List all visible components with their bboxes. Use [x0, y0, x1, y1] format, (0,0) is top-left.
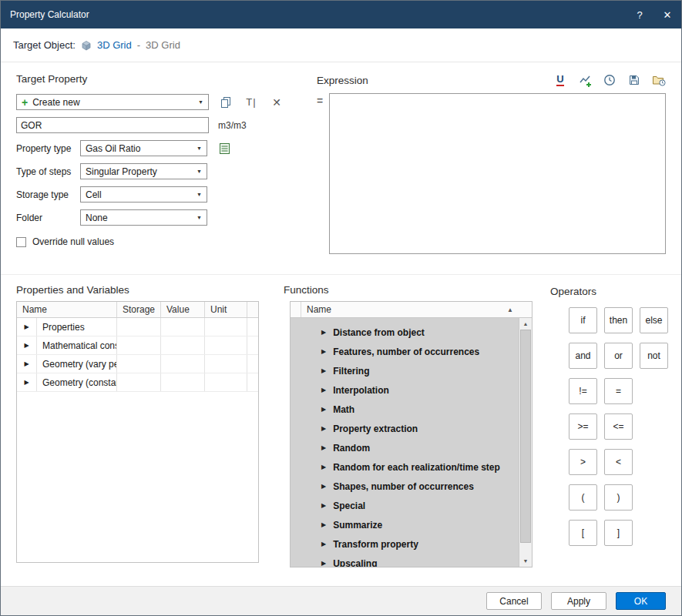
- copy-button[interactable]: [217, 94, 234, 110]
- row-name: Mathematical constants: [37, 336, 117, 354]
- operator-not-equal[interactable]: !=: [569, 378, 597, 404]
- function-category-random-realization[interactable]: ▶ Random for each realization/time step: [291, 457, 519, 477]
- unit-icon: U: [556, 74, 563, 86]
- override-null-checkbox[interactable]: [16, 237, 26, 247]
- help-button[interactable]: ?: [626, 1, 653, 28]
- property-type-label: Property type: [16, 143, 80, 154]
- operator-then[interactable]: then: [604, 307, 633, 333]
- table-row-geometry-constants[interactable]: ▶ Geometry (constants): [17, 373, 258, 392]
- table-row-geometry-vary[interactable]: ▶ Geometry (vary per layer): [17, 355, 258, 373]
- operator-not[interactable]: not: [640, 343, 668, 369]
- expression-title: Expression: [317, 75, 553, 86]
- target-object-link[interactable]: 3D Grid: [97, 39, 132, 51]
- expand-arrow-icon: ▶: [321, 560, 326, 567]
- folder-label: Folder: [16, 213, 80, 223]
- property-type-dropdown[interactable]: Gas Oil Ratio ▼: [80, 140, 207, 156]
- template-browser-button[interactable]: [216, 140, 233, 156]
- scrollbar-track[interactable]: [519, 330, 532, 555]
- ok-button[interactable]: OK: [616, 592, 666, 610]
- open-folder-icon: [652, 74, 666, 86]
- create-new-dropdown[interactable]: + Create new ▼: [16, 94, 209, 110]
- history-button[interactable]: [603, 73, 616, 87]
- operator-less-equal[interactable]: <=: [604, 413, 633, 440]
- plus-icon: +: [22, 97, 28, 108]
- function-category-shapes[interactable]: ▶ Shapes, number of occurrences: [291, 477, 519, 496]
- rename-icon: T|: [246, 96, 256, 108]
- header-name[interactable]: Name: [301, 304, 507, 315]
- unit-label: m3/m3: [218, 120, 247, 131]
- function-category-distance[interactable]: ▶ Distance from object: [291, 323, 519, 342]
- delete-button[interactable]: ✕: [268, 94, 285, 110]
- function-category-interpolation[interactable]: ▶ Interpolation: [291, 380, 519, 400]
- type-of-steps-dropdown[interactable]: Singular Property ▼: [80, 163, 207, 179]
- scroll-up-icon[interactable]: ▲: [519, 318, 532, 330]
- unit-syntax-button[interactable]: U: [553, 73, 567, 87]
- operator-open-bracket[interactable]: [: [569, 520, 597, 546]
- expand-arrow-icon: ▶: [321, 502, 326, 509]
- add-function-button[interactable]: [578, 73, 592, 87]
- equals-label: =: [317, 93, 323, 254]
- operator-else[interactable]: else: [640, 307, 668, 333]
- properties-variables-panel: Properties and Variables Name Storage Va…: [1, 275, 276, 586]
- target-property-title: Target Property: [16, 73, 294, 85]
- expand-arrow-icon[interactable]: ▶: [17, 355, 37, 373]
- header-unit[interactable]: Unit: [205, 302, 247, 317]
- chevron-down-icon: ▼: [197, 192, 202, 197]
- target-object-label: Target Object:: [13, 39, 76, 51]
- operator-close-bracket[interactable]: ]: [604, 520, 633, 546]
- folder-dropdown[interactable]: None ▼: [80, 209, 207, 226]
- chevron-down-icon: ▼: [197, 169, 202, 174]
- expand-arrow-icon[interactable]: ▶: [17, 373, 37, 391]
- operator-or[interactable]: or: [604, 343, 633, 369]
- properties-table: Name Storage Value Unit ▶ Properties ▶ M…: [16, 301, 259, 563]
- expression-input[interactable]: [329, 93, 666, 254]
- property-name-input[interactable]: [16, 117, 209, 133]
- delete-icon: ✕: [272, 96, 281, 109]
- storage-type-dropdown[interactable]: Cell ▼: [80, 186, 207, 203]
- operator-less[interactable]: <: [604, 449, 633, 475]
- rename-button[interactable]: T|: [243, 94, 260, 110]
- chevron-down-icon: ▼: [197, 215, 202, 220]
- function-category-property-extraction[interactable]: ▶ Property extraction: [291, 419, 519, 438]
- apply-button[interactable]: Apply: [551, 592, 606, 610]
- scrollbar[interactable]: ▲ ▼: [519, 318, 532, 567]
- table-row-properties[interactable]: ▶ Properties: [17, 318, 258, 336]
- function-category-upscaling[interactable]: ▶ Upscaling: [291, 554, 519, 567]
- window-title: Property Calculator: [10, 9, 626, 20]
- scrollbar-thumb[interactable]: [520, 330, 531, 543]
- cancel-button[interactable]: Cancel: [486, 592, 542, 610]
- close-button[interactable]: ✕: [653, 1, 681, 28]
- function-category-math[interactable]: ▶ Math: [291, 400, 519, 419]
- expand-arrow-icon: ▶: [321, 425, 326, 432]
- operator-open-paren[interactable]: (: [569, 484, 597, 511]
- row-name: Properties: [37, 318, 117, 336]
- operator-greater-equal[interactable]: >=: [569, 413, 597, 440]
- expand-arrow-icon[interactable]: ▶: [17, 318, 37, 336]
- open-expression-button[interactable]: [652, 73, 666, 87]
- scroll-down-icon[interactable]: ▼: [519, 555, 532, 567]
- functions-list: ▶ Distance from object ▶ Features, numbe…: [291, 318, 519, 567]
- expand-arrow-icon[interactable]: ▶: [17, 336, 37, 354]
- operator-and[interactable]: and: [569, 343, 597, 369]
- functions-table-header[interactable]: Name ▲: [291, 302, 532, 318]
- header-value[interactable]: Value: [161, 302, 205, 317]
- storage-type-label: Storage type: [16, 189, 80, 200]
- function-category-transform[interactable]: ▶ Transform property: [291, 534, 519, 554]
- operator-equal[interactable]: =: [604, 378, 633, 404]
- functions-table: Name ▲ ▶ Distance from object ▶ Features…: [290, 301, 532, 567]
- function-category-features[interactable]: ▶ Features, number of occurrences: [291, 342, 519, 361]
- function-category-random[interactable]: ▶ Random: [291, 438, 519, 457]
- save-expression-button[interactable]: [627, 73, 641, 87]
- operator-if[interactable]: if: [569, 307, 597, 333]
- header-name[interactable]: Name: [17, 302, 117, 317]
- function-category-summarize[interactable]: ▶ Summarize: [291, 515, 519, 534]
- header-storage[interactable]: Storage: [117, 302, 161, 317]
- function-category-special[interactable]: ▶ Special: [291, 496, 519, 515]
- operator-close-paren[interactable]: ): [604, 484, 633, 511]
- table-row-mathematical-constants[interactable]: ▶ Mathematical constants: [17, 336, 258, 355]
- add-function-icon: [579, 74, 592, 87]
- function-category-filtering[interactable]: ▶ Filtering: [291, 361, 519, 380]
- title-bar: Property Calculator ? ✕: [1, 1, 681, 28]
- type-of-steps-label: Type of steps: [16, 166, 80, 177]
- operator-greater[interactable]: >: [569, 449, 597, 475]
